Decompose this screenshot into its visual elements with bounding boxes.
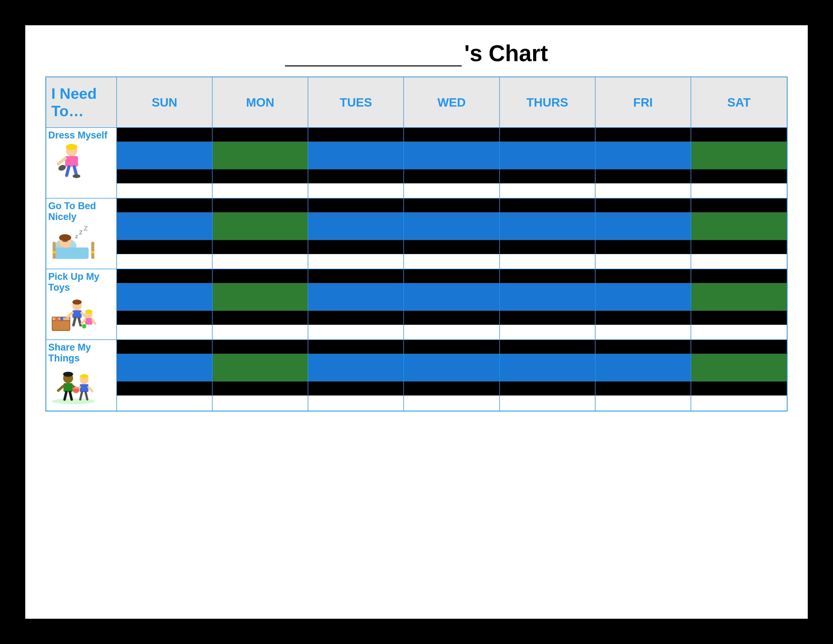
task-image-bed: z z z — [48, 224, 99, 264]
svg-line-4 — [67, 167, 69, 175]
task-row-go-to-bed: Go To Bed Nicely — [46, 198, 787, 269]
page: 's Chart I Need To… SUN MON TUES WED THU… — [25, 25, 808, 619]
task-col-dress-wed[interactable] — [404, 128, 500, 198]
header-day-thurs: THURS — [500, 77, 595, 127]
svg-point-24 — [72, 299, 82, 304]
name-underline[interactable] — [285, 51, 462, 66]
svg-rect-16 — [92, 242, 95, 259]
svg-line-5 — [74, 167, 77, 175]
task-col-dress-tues[interactable] — [308, 128, 404, 198]
task-col-toys-fri[interactable] — [595, 269, 691, 340]
task-col-share-sun[interactable] — [117, 340, 212, 411]
header-day-sun: SUN — [117, 77, 212, 127]
header-day-sat: SAT — [691, 77, 787, 127]
svg-text:z: z — [79, 228, 83, 236]
task-col-toys-tues[interactable] — [308, 269, 404, 340]
header-day-fri: FRI — [595, 77, 691, 127]
svg-text:z: z — [84, 225, 88, 232]
svg-line-48 — [88, 387, 92, 391]
svg-rect-22 — [60, 317, 63, 320]
svg-rect-9 — [55, 248, 88, 259]
header-row: I Need To… SUN MON TUES WED THURS FRI SA… — [46, 77, 787, 128]
chart-container: I Need To… SUN MON TUES WED THURS FRI SA… — [45, 77, 788, 411]
task-label-share: Share My Things — [46, 340, 117, 411]
task-name-bed: Go To Bed Nicely — [48, 201, 114, 222]
task-col-bed-tues[interactable] — [308, 198, 404, 269]
svg-line-29 — [79, 318, 80, 325]
svg-rect-18 — [92, 251, 95, 253]
task-col-share-mon[interactable] — [212, 340, 308, 411]
svg-point-36 — [52, 398, 95, 404]
task-col-bed-fri[interactable] — [595, 198, 691, 269]
task-name-toys: Pick Up My Toys — [48, 271, 114, 293]
svg-line-50 — [85, 392, 87, 399]
task-label-go-to-bed: Go To Bed Nicely — [46, 198, 117, 269]
svg-text:z: z — [76, 233, 78, 239]
svg-rect-15 — [53, 242, 56, 259]
svg-rect-39 — [64, 383, 73, 392]
svg-point-6 — [73, 174, 80, 178]
task-col-dress-sat[interactable] — [691, 128, 787, 198]
header-day-mon: MON — [212, 77, 308, 127]
task-col-bed-sat[interactable] — [691, 198, 787, 269]
svg-line-40 — [58, 386, 63, 390]
svg-rect-25 — [72, 310, 82, 318]
task-col-share-sat[interactable] — [691, 340, 787, 411]
header-day-wed: WED — [404, 77, 500, 127]
svg-line-34 — [92, 320, 95, 323]
header-label: I Need To… — [51, 85, 111, 120]
task-col-dress-mon[interactable] — [212, 128, 308, 198]
task-label-dress-myself: Dress Myself — [46, 128, 117, 198]
svg-line-33 — [82, 320, 85, 323]
header-label-cell: I Need To… — [46, 77, 117, 127]
task-row-pick-up-toys: Pick Up My Toys — [46, 269, 787, 340]
task-col-share-thurs[interactable] — [500, 340, 595, 411]
svg-line-26 — [68, 313, 72, 317]
task-col-share-tues[interactable] — [308, 340, 404, 411]
svg-rect-46 — [80, 384, 88, 392]
svg-point-45 — [80, 374, 88, 378]
task-col-toys-mon[interactable] — [212, 269, 308, 340]
chart-title: 's Chart — [464, 40, 548, 66]
svg-point-21 — [55, 317, 59, 321]
svg-point-38 — [63, 372, 73, 377]
svg-line-43 — [70, 392, 72, 399]
task-image-toys — [48, 294, 99, 335]
task-row-share-things: Share My Things — [46, 340, 787, 411]
title-area: 's Chart — [45, 40, 788, 66]
task-col-toys-wed[interactable] — [404, 269, 500, 340]
task-col-share-fri[interactable] — [595, 340, 691, 411]
task-col-bed-thurs[interactable] — [500, 198, 595, 269]
svg-rect-17 — [53, 251, 56, 253]
svg-rect-32 — [85, 318, 92, 324]
task-col-dress-thurs[interactable] — [500, 128, 595, 198]
svg-line-3 — [58, 158, 65, 164]
svg-point-1 — [66, 144, 77, 150]
task-col-dress-sun[interactable] — [117, 128, 212, 198]
svg-line-42 — [64, 392, 66, 399]
task-col-share-wed[interactable] — [404, 340, 500, 411]
task-col-dress-fri[interactable] — [595, 128, 691, 198]
task-row-dress-myself: Dress Myself — [46, 128, 787, 198]
task-col-bed-mon[interactable] — [212, 198, 308, 269]
task-col-toys-sun[interactable] — [117, 269, 212, 340]
task-image-share — [48, 365, 99, 405]
task-label-pick-up-toys: Pick Up My Toys — [46, 269, 117, 340]
task-col-toys-thurs[interactable] — [500, 269, 595, 340]
task-name-dress: Dress Myself — [48, 130, 107, 141]
svg-point-35 — [82, 324, 86, 328]
svg-line-49 — [80, 392, 82, 399]
task-col-toys-sat[interactable] — [691, 269, 787, 340]
svg-line-28 — [74, 318, 75, 325]
task-col-bed-wed[interactable] — [404, 198, 500, 269]
svg-point-31 — [85, 309, 92, 314]
header-day-tues: TUES — [308, 77, 404, 127]
task-col-bed-sun[interactable] — [117, 198, 212, 269]
svg-point-11 — [59, 234, 71, 241]
svg-rect-2 — [65, 156, 78, 167]
task-image-dress — [48, 142, 99, 182]
task-name-share: Share My Things — [48, 342, 114, 364]
